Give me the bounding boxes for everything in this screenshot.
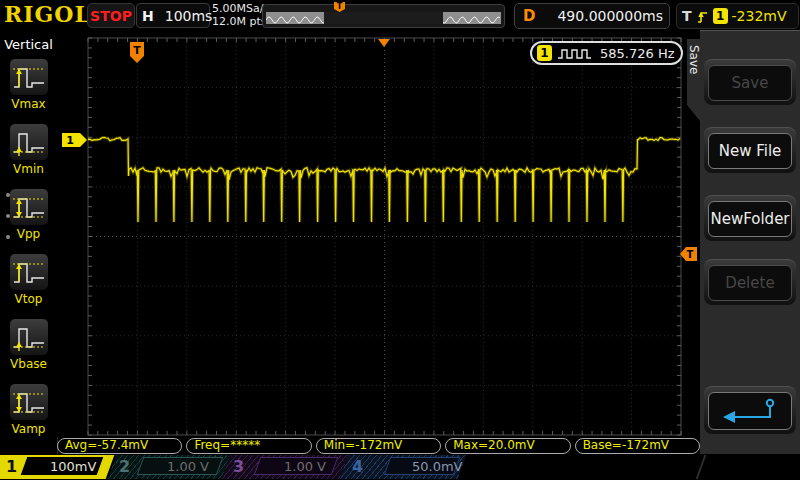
menu-item-vtop[interactable]: Vtop bbox=[0, 253, 57, 306]
menu-item-vbase[interactable]: Vbase bbox=[0, 318, 57, 371]
scroll-dot bbox=[6, 235, 10, 239]
measurement-min: Min=-172mV bbox=[316, 438, 441, 454]
delay-box[interactable]: D 490.000000ms bbox=[514, 3, 670, 29]
softkey-new-file[interactable]: New File bbox=[704, 127, 796, 173]
ch1-position-marker-label: 1 bbox=[66, 134, 74, 147]
memory-strip bbox=[266, 12, 501, 24]
softkey-delete[interactable]: Delete bbox=[704, 259, 796, 305]
counter-channel-badge: 1 bbox=[537, 45, 552, 61]
return-arrow-icon bbox=[718, 396, 782, 426]
waveform-display: 1TT 1 585.726 Hz bbox=[57, 30, 697, 437]
measurement-results-bar: Avg=-57.4mV Freq=***** Min=-172mV Max=20… bbox=[57, 438, 700, 454]
acquisition-info: 5.00MSa/s 12.0M pts bbox=[212, 2, 269, 28]
measurement-freq: Freq=***** bbox=[186, 438, 311, 454]
top-status-bar: RIGOL STOP H 100ms 5.00MSa/s 12.0M pts T… bbox=[0, 0, 800, 30]
vbase-icon bbox=[9, 318, 49, 356]
back-button[interactable] bbox=[708, 392, 792, 430]
menu-item-label: Vbase bbox=[0, 357, 57, 371]
trigger-box[interactable]: T 1 -232mV bbox=[676, 3, 799, 29]
softkey-back[interactable] bbox=[704, 386, 796, 434]
trigger-source-badge: 1 bbox=[713, 8, 728, 24]
menu-title: Vertical bbox=[0, 37, 57, 52]
channel3-number[interactable]: 3 bbox=[233, 457, 244, 476]
channel1-number[interactable]: 1 bbox=[6, 457, 17, 476]
graticule-and-trace: 1TT bbox=[57, 30, 697, 437]
channel2-scale[interactable]: 1.00 V bbox=[167, 459, 209, 474]
memory-waveform-preview: T bbox=[262, 4, 505, 28]
save-button[interactable]: Save bbox=[708, 65, 792, 101]
measurement-base: Base=-172mV bbox=[575, 438, 700, 454]
segment-divider bbox=[696, 455, 707, 479]
channel2-number[interactable]: 2 bbox=[119, 457, 130, 476]
vtop-icon bbox=[9, 253, 49, 291]
trigger-label: T bbox=[682, 8, 692, 24]
new-file-button[interactable]: New File bbox=[708, 133, 792, 169]
scroll-dot bbox=[6, 193, 10, 197]
softkey-save[interactable]: Save bbox=[704, 59, 796, 105]
measurement-avg: Avg=-57.4mV bbox=[57, 438, 182, 454]
menu-item-vamp[interactable]: Vamp bbox=[0, 383, 57, 436]
menu-item-label: Vmin bbox=[0, 162, 57, 176]
memory-depth: 12.0M pts bbox=[212, 15, 269, 28]
right-soft-menu: Save Save New File NewFolder Delete bbox=[700, 30, 800, 454]
vpp-icon bbox=[9, 188, 49, 226]
channel1-scale[interactable]: 100mV bbox=[50, 459, 96, 474]
channel3-scale[interactable]: 1.00 V bbox=[284, 459, 326, 474]
channel4-scale[interactable]: 50.0mV bbox=[412, 459, 463, 474]
trigger-level-marker-label: T bbox=[687, 249, 694, 260]
run-state-badge[interactable]: STOP bbox=[87, 3, 135, 28]
menu-tab-label: Save bbox=[687, 45, 701, 74]
menu-item-label: Vmax bbox=[0, 97, 57, 111]
channel4-number[interactable]: 4 bbox=[352, 457, 363, 476]
delay-label: D bbox=[523, 7, 535, 25]
vamp-icon bbox=[9, 383, 49, 421]
rigol-logo: RIGOL bbox=[4, 1, 91, 27]
display-window-region bbox=[324, 12, 443, 24]
rising-edge-icon bbox=[696, 8, 709, 25]
scroll-dot bbox=[6, 214, 10, 218]
menu-item-vmax[interactable]: Vmax bbox=[0, 58, 57, 111]
trigger-level-value: -232mV bbox=[732, 8, 787, 24]
new-folder-button[interactable]: NewFolder bbox=[708, 201, 792, 237]
oscilloscope-screen: { "header": { "logo": "RIGOL", "run_stat… bbox=[0, 0, 800, 480]
softkey-new-folder[interactable]: NewFolder bbox=[704, 195, 796, 241]
left-measure-menu: Vertical Vmax Vmin Vpp Vtop Vbase Vamp bbox=[0, 30, 58, 454]
counter-frequency-value: 585.726 Hz bbox=[600, 46, 675, 61]
menu-item-label: Vtop bbox=[0, 292, 57, 306]
menu-item-vmin[interactable]: Vmin bbox=[0, 123, 57, 176]
timebase-value: 100ms bbox=[165, 8, 213, 24]
horizontal-timebase-box[interactable]: H 100ms bbox=[136, 3, 210, 28]
delay-value: 490.000000ms bbox=[557, 8, 663, 24]
channel-status-bar: 1 100mV 2 1.00 V 3 1.00 V 4 50.0mV bbox=[0, 454, 800, 480]
square-wave-icon bbox=[557, 46, 595, 61]
frequency-counter: 1 585.726 Hz bbox=[530, 41, 683, 65]
screen-center-marker bbox=[378, 39, 390, 47]
menu-item-label: Vamp bbox=[0, 422, 57, 436]
preview-trigger-marker: T bbox=[334, 2, 345, 12]
trigger-position-flag-label: T bbox=[133, 44, 141, 57]
delete-button[interactable]: Delete bbox=[708, 265, 792, 301]
measurement-max: Max=20.0mV bbox=[445, 438, 570, 454]
sample-rate: 5.00MSa/s bbox=[212, 2, 269, 15]
vmin-icon bbox=[9, 123, 49, 161]
vmax-icon bbox=[9, 58, 49, 96]
horizontal-label: H bbox=[142, 8, 154, 24]
